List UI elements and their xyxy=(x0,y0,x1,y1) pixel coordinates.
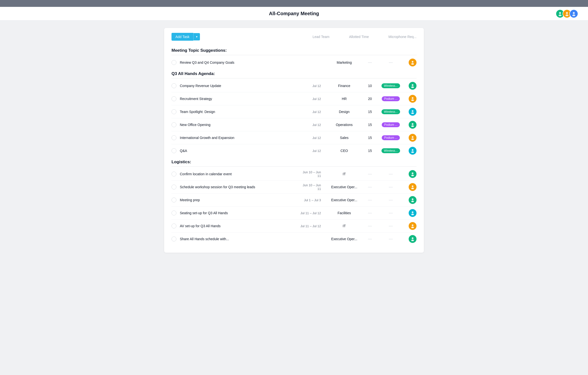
header: All-Company Meeting xyxy=(0,7,588,21)
dash-icon: — xyxy=(389,224,393,228)
task-assignee[interactable] xyxy=(404,209,416,217)
task-checkbox[interactable] xyxy=(172,109,176,114)
section-divider-0 xyxy=(172,55,416,55)
assignee-avatar[interactable] xyxy=(409,235,416,243)
task-assignee[interactable] xyxy=(404,170,416,178)
task-checkbox[interactable] xyxy=(172,172,176,176)
task-name: Share All Hands schedule with... xyxy=(180,237,299,241)
section-title-1: Q3 All Hands Agenda: xyxy=(172,69,416,78)
task-assignee[interactable] xyxy=(404,59,416,66)
task-assignee[interactable] xyxy=(404,147,416,155)
task-assignee[interactable] xyxy=(404,95,416,103)
page-title: All-Company Meeting xyxy=(269,11,319,16)
dash-icon: — xyxy=(368,185,372,189)
dash-icon: — xyxy=(368,224,372,228)
svg-point-8 xyxy=(412,84,414,86)
dash-icon: — xyxy=(389,60,393,64)
task-date: Jul 12 xyxy=(299,136,326,140)
task-checkbox[interactable] xyxy=(172,237,176,241)
mic-podium-badge[interactable]: Podium ... xyxy=(382,122,400,127)
task-allotted-time: — xyxy=(363,198,377,202)
assignee-avatar[interactable] xyxy=(409,59,416,66)
col-header-allotted-time: Allotted Time xyxy=(349,35,369,39)
svg-point-3 xyxy=(565,14,568,16)
svg-point-2 xyxy=(566,12,568,14)
task-row: AV set-up for Q3 All HandsJul 11 – Jul 1… xyxy=(172,220,416,233)
task-date: Jul 12 xyxy=(299,97,326,101)
task-team: HR xyxy=(326,97,363,101)
mic-wireless-badge[interactable]: Wireless... xyxy=(381,148,400,153)
task-checkbox[interactable] xyxy=(172,224,176,228)
task-row: Share All Hands schedule with...Executiv… xyxy=(172,233,416,245)
assignee-avatar[interactable] xyxy=(409,147,416,155)
assignee-avatar[interactable] xyxy=(409,170,416,178)
task-name: New Office Opening xyxy=(180,123,299,127)
task-allotted-time: — xyxy=(363,185,377,189)
col-header-lead-team: Lead Team xyxy=(313,35,330,39)
task-assignee[interactable] xyxy=(404,235,416,243)
task-team: IT xyxy=(326,224,363,228)
svg-point-7 xyxy=(411,63,414,65)
task-checkbox[interactable] xyxy=(172,122,176,127)
task-assignee[interactable] xyxy=(404,222,416,230)
sections-container: Meeting Topic Suggestions:Review Q3 and … xyxy=(172,46,416,245)
mic-podium-badge[interactable]: Podium ... xyxy=(382,135,400,140)
task-assignee[interactable] xyxy=(404,196,416,204)
task-date: Jul 12 xyxy=(299,84,326,88)
task-assignee[interactable] xyxy=(404,108,416,116)
avatar-3[interactable] xyxy=(569,9,578,18)
svg-point-27 xyxy=(411,214,414,215)
mic-wireless-badge[interactable]: Wireless... xyxy=(381,83,400,88)
task-checkbox[interactable] xyxy=(172,60,176,65)
add-task-dropdown-button[interactable]: ▾ xyxy=(193,33,200,40)
task-name: Seating set-up for Q3 All Hands xyxy=(180,211,299,215)
assignee-avatar[interactable] xyxy=(409,108,416,116)
add-task-button[interactable]: Add Task xyxy=(172,33,193,41)
task-date: Jun 10 – Jun 11 xyxy=(299,170,326,178)
svg-point-24 xyxy=(412,199,414,200)
task-assignee[interactable] xyxy=(404,82,416,90)
task-microphone: Wireless... xyxy=(377,109,404,114)
assignee-avatar[interactable] xyxy=(409,196,416,204)
content-card: Add Task ▾ Lead Team Allotted Time Micro… xyxy=(164,28,424,253)
assignee-avatar[interactable] xyxy=(409,183,416,191)
task-checkbox[interactable] xyxy=(172,185,176,189)
task-team: IT xyxy=(326,172,363,176)
assignee-avatar[interactable] xyxy=(409,82,416,90)
svg-point-0 xyxy=(559,12,561,14)
task-date: Jun 10 – Jun 11 xyxy=(299,183,326,191)
dash-icon: — xyxy=(368,211,372,215)
task-row: International Growth and ExpansionJul 12… xyxy=(172,131,416,144)
svg-point-19 xyxy=(411,151,414,153)
task-checkbox[interactable] xyxy=(172,148,176,153)
task-row: Recruitment StrategyJul 12HR20Podium ... xyxy=(172,92,416,105)
dash-icon: — xyxy=(389,198,393,202)
task-checkbox[interactable] xyxy=(172,135,176,140)
task-checkbox[interactable] xyxy=(172,83,176,88)
task-name: Team Spotlight: Design xyxy=(180,110,299,114)
task-row: Q&AJul 12CEO15Wireless... xyxy=(172,144,416,157)
task-date: Jul 11 – Jul 12 xyxy=(299,224,326,228)
task-team: Marketing xyxy=(326,61,363,64)
assignee-avatar[interactable] xyxy=(409,134,416,142)
assignee-avatar[interactable] xyxy=(409,222,416,230)
task-name: Q&A xyxy=(180,149,299,153)
dash-icon: — xyxy=(389,211,393,215)
svg-point-14 xyxy=(412,123,414,125)
task-assignee[interactable] xyxy=(404,121,416,129)
svg-point-12 xyxy=(412,110,414,112)
task-date: Jul 12 xyxy=(299,123,326,127)
task-microphone: — xyxy=(377,60,404,65)
task-team: Executive Oper... xyxy=(326,185,363,189)
assignee-avatar[interactable] xyxy=(409,95,416,103)
assignee-avatar[interactable] xyxy=(409,121,416,129)
task-team: Executive Oper... xyxy=(326,198,363,202)
task-assignee[interactable] xyxy=(404,183,416,191)
task-checkbox[interactable] xyxy=(172,211,176,215)
mic-wireless-badge[interactable]: Wireless... xyxy=(381,109,400,114)
mic-podium-badge[interactable]: Podium ... xyxy=(382,96,400,101)
task-checkbox[interactable] xyxy=(172,198,176,202)
assignee-avatar[interactable] xyxy=(409,209,416,217)
task-checkbox[interactable] xyxy=(172,96,176,101)
task-assignee[interactable] xyxy=(404,134,416,142)
